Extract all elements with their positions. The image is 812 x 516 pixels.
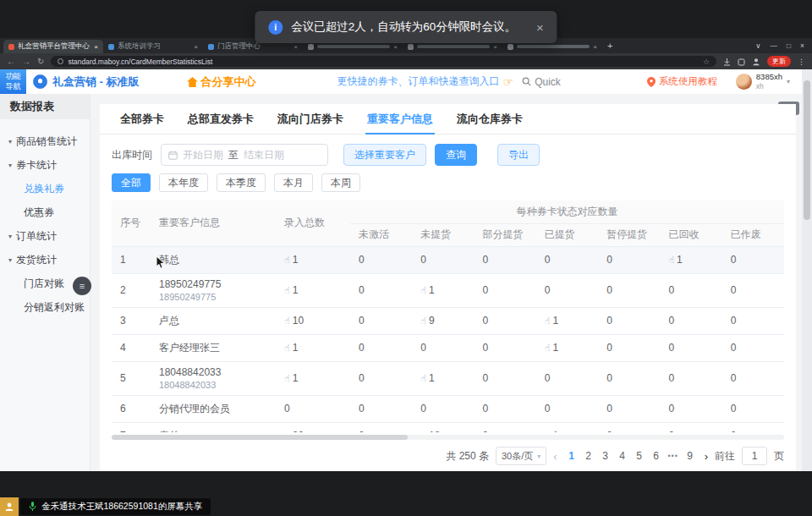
next-page-button[interactable]: › (705, 450, 708, 463)
browser-menu-icon[interactable]: ⋮ (798, 58, 805, 66)
count-wrapper[interactable]: ☝1 (545, 342, 558, 354)
filter-row: 出库时间 开始日期 至 结束日期 选择重要客户 查询 导出 (112, 143, 796, 167)
floating-menu-widget[interactable]: ≡ (73, 277, 91, 295)
page-number-button[interactable]: 1 (564, 450, 579, 462)
sidebar-item[interactable]: ▾券卡统计 (0, 153, 90, 177)
tab-close-icon[interactable]: × (294, 43, 298, 51)
prev-page-button[interactable]: ‹ (553, 450, 557, 463)
count-wrapper[interactable]: ☝1 (545, 430, 558, 432)
share-center-link[interactable]: 合分享中心 (187, 74, 256, 90)
page-number-button[interactable]: 5 (632, 450, 647, 462)
content-tab[interactable]: 总部直发券卡 (176, 104, 266, 134)
sidebar-item[interactable]: ▾商品销售统计 (0, 129, 90, 153)
avatar (736, 74, 752, 90)
table-row[interactable]: 1韩总☝100000☝10 (112, 246, 784, 273)
page-number-button[interactable]: 6 (649, 450, 664, 462)
sidebar-item[interactable]: 兑换礼券 (0, 177, 90, 200)
new-tab-button[interactable]: + (607, 41, 612, 51)
quick-filter-chip[interactable]: 本季度 (217, 173, 266, 192)
count-value: 0 (606, 284, 612, 296)
goto-page-input[interactable]: 1 (742, 447, 767, 465)
window-close-button[interactable]: × (800, 41, 804, 50)
count-wrapper[interactable]: ☝1 (420, 372, 434, 384)
sidebar-item[interactable]: 分销返利对账 (0, 295, 90, 319)
count-wrapper[interactable]: ☝1 (284, 372, 298, 384)
customer-cell: 唐总 (151, 422, 276, 432)
extensions-icon[interactable] (738, 54, 745, 69)
tab-close-icon[interactable]: × (493, 43, 497, 51)
query-button[interactable]: 查询 (435, 144, 477, 166)
tab-close-icon[interactable]: × (393, 43, 398, 51)
sidebar-item[interactable]: 优惠券 (0, 200, 90, 224)
count-wrapper: 0 (483, 315, 489, 327)
horizontal-scrollbar-thumb[interactable] (112, 435, 408, 440)
toast-close-icon[interactable]: × (536, 20, 544, 35)
count-wrapper[interactable]: ☝1 (668, 254, 682, 266)
content-tab[interactable]: 重要客户信息 (355, 104, 445, 134)
maximize-button[interactable]: □ (787, 41, 791, 50)
forward-button[interactable]: → (22, 57, 30, 66)
browser-tab[interactable]: 礼盒营销平台管理中心× (3, 40, 103, 53)
sidebar-item[interactable]: ▾订单统计 (0, 224, 90, 248)
tab-close-icon[interactable]: × (593, 43, 597, 51)
count-wrapper[interactable]: ☝1 (284, 254, 298, 266)
count-wrapper[interactable]: ☝18 (420, 430, 440, 432)
count-wrapper[interactable]: ☝20 (284, 430, 304, 432)
export-button[interactable]: 导出 (497, 144, 540, 166)
quick-search[interactable]: Quick (522, 76, 561, 88)
download-icon[interactable] (723, 54, 731, 69)
date-range-input[interactable]: 开始日期 至 结束日期 (161, 144, 328, 166)
count-wrapper[interactable]: ☝1 (284, 284, 298, 296)
content-tab[interactable]: 流向门店券卡 (266, 104, 355, 134)
page-number-button[interactable]: 3 (598, 450, 613, 462)
site-info-icon[interactable] (58, 58, 63, 64)
minimize-button[interactable]: — (770, 41, 777, 50)
horizontal-scrollbar[interactable] (112, 435, 784, 440)
chevron-down-icon: ▾ (537, 453, 540, 460)
quick-filter-chip[interactable]: 本月 (274, 173, 313, 192)
browser-tab[interactable]: 系统培训学习× (103, 40, 203, 53)
reload-button[interactable]: ↻ (37, 57, 44, 66)
tab-close-icon[interactable]: × (94, 43, 98, 51)
tab-search-icon[interactable]: ∨ (755, 41, 760, 50)
tab-close-icon[interactable]: × (194, 43, 198, 51)
chrome-update-button[interactable]: 更新 (767, 56, 791, 67)
user-menu[interactable]: 8385xh xh ▾ (736, 73, 790, 91)
page-number-button[interactable]: 9 (683, 450, 698, 462)
table-row[interactable]: 51804884203318048842033☝10☝100000 (112, 361, 784, 395)
table-row[interactable]: 3卢总☝100☝90☝1000 (112, 307, 784, 334)
content-tab[interactable]: 全部券卡 (108, 104, 176, 134)
count-wrapper[interactable]: ☝1 (545, 315, 558, 327)
tab-favicon (108, 44, 114, 50)
table-row[interactable]: 6分销代理的会员00000000 (112, 395, 784, 422)
count-wrapper[interactable]: ☝1 (284, 342, 298, 354)
count-wrapper[interactable]: ☝1 (420, 284, 434, 296)
chevron-down-icon: ▾ (8, 138, 12, 145)
count-wrapper[interactable]: ☝9 (420, 315, 434, 327)
back-button[interactable]: ← (7, 57, 15, 66)
main-area: » 全部券卡总部直发券卡流向门店券卡重要客户信息流向仓库券卡 出库时间 开始日期… (91, 94, 802, 471)
quick-filter-chip[interactable]: 本年度 (159, 173, 208, 192)
brand-logo-icon (33, 74, 47, 89)
count-wrapper[interactable]: ☝10 (284, 315, 304, 327)
page-number-button[interactable]: 2 (581, 450, 596, 462)
sidebar-item[interactable]: ▾发货统计 (0, 248, 90, 272)
click-hand-icon: ☝ (420, 285, 426, 296)
profile-icon[interactable] (752, 54, 760, 69)
quick-filter-chip[interactable]: 全部 (112, 173, 151, 192)
table-row[interactable]: 21895024977518950249775☝10☝100000 (112, 273, 784, 307)
quick-filter-chip[interactable]: 本周 (321, 173, 360, 192)
table-row[interactable]: 4客户经理张三☝1000☝1000 (112, 334, 784, 361)
bookmark-star-icon[interactable]: ☆ (703, 58, 710, 66)
select-customer-button[interactable]: 选择重要客户 (343, 144, 426, 166)
table-row[interactable]: 7唐总☝200☝180☝1000 (112, 422, 784, 432)
function-nav-button[interactable]: 功能 导航 (0, 69, 26, 94)
page-number-button[interactable]: 4 (615, 450, 630, 462)
url-field[interactable]: standard.maboy.cn/CardMemberStatisticsLi… (51, 56, 716, 67)
tutorial-link[interactable]: 系统使用教程 (647, 75, 717, 88)
pin-icon (647, 77, 656, 87)
vertical-scrollbar-thumb[interactable] (804, 80, 810, 220)
pagination-ellipsis: ••• (666, 452, 681, 460)
content-tab[interactable]: 流向仓库券卡 (445, 104, 535, 134)
page-size-select[interactable]: 30条/页 ▾ (496, 447, 546, 465)
